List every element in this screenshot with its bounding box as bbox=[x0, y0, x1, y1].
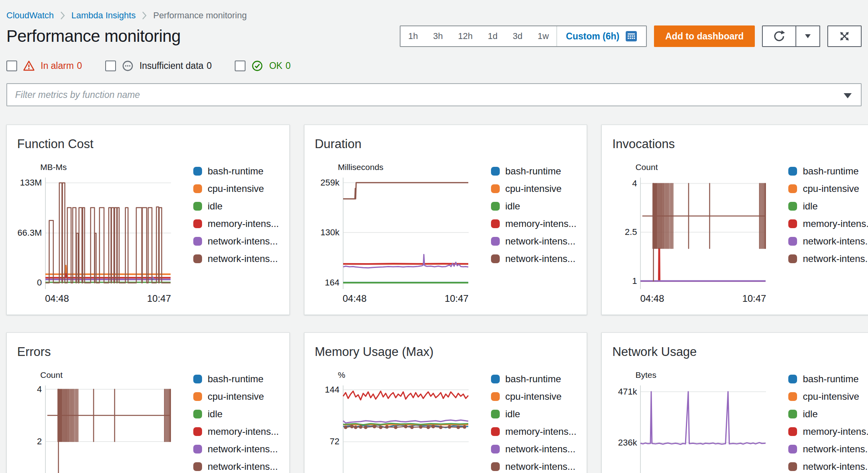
chart-card-memory-usage-max-: Memory Usage (Max)%1447204:4810:47bash-r… bbox=[304, 332, 587, 473]
legend-item[interactable]: memory-intens... bbox=[491, 423, 577, 440]
legend-item[interactable]: cpu-intensive bbox=[788, 388, 868, 405]
add-to-dashboard-button[interactable]: Add to dashboard bbox=[654, 25, 755, 47]
legend-item[interactable]: bash-runtime bbox=[491, 162, 577, 180]
alarm-filter-text: In alarm bbox=[41, 61, 74, 71]
chart-title: Invocations bbox=[612, 137, 868, 151]
legend-item[interactable]: bash-runtime bbox=[193, 162, 279, 180]
legend-color-dot bbox=[788, 184, 797, 193]
y-tick-label: 471k bbox=[618, 387, 637, 397]
chart-card-network-usage: Network UsageBytes471k236k04:4810:47bash… bbox=[601, 332, 868, 473]
legend-item[interactable]: network-intens... bbox=[491, 458, 577, 473]
charts-grid: Function CostMB-Ms133M66.3M004:4810:47ba… bbox=[6, 125, 862, 473]
legend-item[interactable]: bash-runtime bbox=[193, 370, 279, 388]
legend-color-dot bbox=[491, 462, 500, 471]
legend-item[interactable]: network-intens... bbox=[788, 250, 868, 268]
time-range-1d[interactable]: 1d bbox=[480, 26, 505, 46]
chart-card-errors: ErrorsCount4204:4810:47bash-runtimecpu-i… bbox=[6, 332, 290, 473]
time-range-3h[interactable]: 3h bbox=[426, 26, 450, 46]
custom-time-range-label: Custom (6h) bbox=[566, 31, 619, 42]
legend-item[interactable]: network-intens... bbox=[788, 440, 868, 458]
legend-item[interactable]: network-intens... bbox=[491, 250, 577, 268]
legend-item[interactable]: memory-intens... bbox=[193, 215, 279, 233]
x-axis-labels: 04:4810:47 bbox=[45, 293, 171, 304]
breadcrumb-item-cloudwatch[interactable]: CloudWatch bbox=[6, 10, 54, 21]
refresh-button[interactable] bbox=[762, 25, 796, 47]
y-axis-unit-label: Count bbox=[635, 162, 766, 172]
alarm-filter-text: OK bbox=[269, 61, 282, 71]
legend-item[interactable]: network-intens... bbox=[193, 250, 279, 268]
legend-color-dot bbox=[788, 410, 797, 418]
legend-item[interactable]: network-intens... bbox=[788, 233, 868, 250]
calendar-icon bbox=[625, 30, 637, 42]
alarm-filter-label: OK0 bbox=[269, 61, 291, 71]
filter-metrics-input[interactable] bbox=[6, 83, 862, 106]
time-range-1w[interactable]: 1w bbox=[530, 26, 556, 46]
filter-dropdown-icon[interactable] bbox=[843, 93, 852, 100]
legend-color-dot bbox=[193, 462, 202, 471]
breadcrumb-chevron-icon bbox=[60, 10, 65, 21]
legend-color-dot bbox=[788, 219, 797, 228]
refresh-options-button[interactable] bbox=[796, 25, 820, 47]
legend-item[interactable]: network-intens... bbox=[193, 458, 279, 473]
legend-item[interactable]: idle bbox=[193, 197, 279, 215]
breadcrumb: CloudWatchLambda InsightsPerformance mon… bbox=[6, 10, 862, 21]
chart-title: Errors bbox=[17, 345, 279, 359]
legend-label: cpu-intensive bbox=[803, 183, 859, 194]
checkbox-alarm[interactable] bbox=[6, 61, 17, 71]
legend-item[interactable]: idle bbox=[193, 405, 279, 423]
chart-card-function-cost: Function CostMB-Ms133M66.3M004:4810:47ba… bbox=[6, 125, 290, 315]
legend-item[interactable]: network-intens... bbox=[193, 440, 279, 458]
checkbox-insufficient[interactable] bbox=[105, 61, 116, 71]
custom-time-range-button[interactable]: Custom (6h) bbox=[556, 26, 646, 46]
legend-item[interactable]: network-intens... bbox=[491, 233, 577, 250]
legend-item[interactable]: network-intens... bbox=[193, 233, 279, 250]
breadcrumb-item-lambda-insights[interactable]: Lambda Insights bbox=[71, 10, 136, 21]
legend-item[interactable]: idle bbox=[788, 405, 868, 423]
chart-body: Count4204:4810:47bash-runtimecpu-intensi… bbox=[17, 370, 279, 473]
legend-item[interactable]: cpu-intensive bbox=[193, 388, 279, 405]
time-range-buttons: 1h3h12h1d3d1w bbox=[401, 26, 556, 46]
fullscreen-button[interactable] bbox=[827, 25, 862, 47]
legend-item[interactable]: memory-intens... bbox=[193, 423, 279, 440]
chart-plot bbox=[45, 178, 171, 289]
time-range-1h[interactable]: 1h bbox=[401, 26, 425, 46]
legend-item[interactable]: memory-intens... bbox=[788, 215, 868, 233]
chart-plot bbox=[640, 178, 766, 289]
checkbox-ok[interactable] bbox=[235, 61, 245, 71]
legend-color-dot bbox=[788, 202, 797, 211]
legend-label: idle bbox=[505, 408, 520, 420]
legend-item[interactable]: bash-runtime bbox=[491, 370, 577, 388]
legend-label: network-intens... bbox=[803, 444, 868, 455]
legend-color-dot bbox=[491, 219, 500, 228]
legend-item[interactable]: memory-intens... bbox=[788, 423, 868, 440]
y-axis-labels: 42 bbox=[17, 385, 45, 473]
legend-item[interactable]: cpu-intensive bbox=[788, 180, 868, 197]
time-range-3d[interactable]: 3d bbox=[505, 26, 530, 46]
legend-label: memory-intens... bbox=[803, 426, 868, 437]
alarm-filter-text: Insufficient data bbox=[139, 61, 204, 71]
legend-item[interactable]: bash-runtime bbox=[788, 162, 868, 180]
legend-label: idle bbox=[803, 408, 817, 420]
legend-item[interactable]: cpu-intensive bbox=[491, 388, 577, 405]
legend-item[interactable]: idle bbox=[491, 405, 577, 423]
breadcrumb-item-performance-monitoring: Performance monitoring bbox=[153, 10, 247, 21]
legend-label: idle bbox=[208, 408, 222, 420]
legend-item[interactable]: idle bbox=[491, 197, 577, 215]
chart-body: MB-Ms133M66.3M004:4810:47bash-runtimecpu… bbox=[17, 162, 279, 304]
chart-plot bbox=[343, 178, 469, 289]
legend-label: network-intens... bbox=[505, 236, 575, 247]
y-axis-labels: 42.51 bbox=[612, 178, 640, 289]
y-axis-labels: 471k236k bbox=[612, 385, 640, 473]
legend-item[interactable]: bash-runtime bbox=[788, 370, 868, 388]
legend-color-dot bbox=[491, 202, 500, 211]
legend-color-dot bbox=[193, 445, 202, 453]
legend-item[interactable]: memory-intens... bbox=[491, 215, 577, 233]
legend-item[interactable]: idle bbox=[788, 197, 868, 215]
ok-check-icon bbox=[251, 60, 263, 72]
legend-item[interactable]: network-intens... bbox=[491, 440, 577, 458]
legend-item[interactable]: cpu-intensive bbox=[193, 180, 279, 197]
legend-item[interactable]: network-intens... bbox=[788, 458, 868, 473]
time-range-12h[interactable]: 12h bbox=[450, 26, 480, 46]
legend-color-dot bbox=[491, 392, 500, 401]
legend-item[interactable]: cpu-intensive bbox=[491, 180, 577, 197]
